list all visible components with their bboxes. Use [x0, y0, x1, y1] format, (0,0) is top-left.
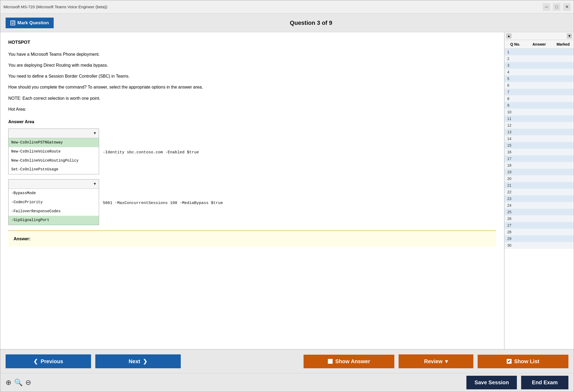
question-area: HOTSPOT You have a Microsoft Teams Phone…	[0, 32, 504, 349]
sidebar-row[interactable]: 4	[505, 69, 574, 75]
dropdown-2-header[interactable]: ▼	[9, 179, 99, 189]
sidebar-row[interactable]: 28	[505, 229, 574, 235]
sidebar-row[interactable]: 9	[505, 102, 574, 109]
sidebar-row[interactable]: 22	[505, 189, 574, 195]
sidebar-row-num: 16	[507, 150, 518, 154]
sidebar-row-marked	[558, 97, 571, 101]
sidebar-row-marked	[558, 77, 571, 81]
dropdown-2[interactable]: ▼ -BypassMode -CodecPriority -FailoverRe…	[8, 179, 99, 225]
sidebar-row[interactable]: 16	[505, 149, 574, 155]
review-dropdown-icon: ▾	[445, 358, 448, 365]
sidebar-row-num: 9	[507, 103, 518, 107]
dropdown-2-option-4[interactable]: -SipSignalingPort	[9, 216, 99, 225]
question-para-2: You are deploying Direct Routing with me…	[8, 62, 496, 69]
sidebar-col-answer: Answer	[531, 42, 547, 46]
previous-button[interactable]: ❮ Previous	[6, 354, 91, 368]
show-answer-button[interactable]: Show Answer	[304, 355, 394, 368]
sidebar-row[interactable]: 23	[505, 195, 574, 202]
sidebar-row-marked	[558, 117, 571, 121]
sidebar-row-marked	[558, 110, 571, 114]
mark-question-button[interactable]: ☑ Mark Question	[6, 18, 54, 28]
sidebar-scroll-down-button[interactable]: ▼	[567, 33, 572, 39]
sidebar-row[interactable]: 10	[505, 109, 574, 115]
sidebar-row-num: 29	[507, 237, 518, 241]
sidebar-row-marked	[558, 123, 571, 127]
sidebar-row[interactable]: 2	[505, 55, 574, 62]
sidebar-row-num: 2	[507, 57, 518, 61]
sidebar-row[interactable]: 14	[505, 135, 574, 142]
sidebar-row[interactable]: 12	[505, 122, 574, 129]
show-list-label: Show List	[514, 358, 539, 365]
sidebar-row[interactable]: 20	[505, 175, 574, 182]
end-exam-button[interactable]: End Exam	[521, 376, 568, 389]
sidebar-row[interactable]: 27	[505, 222, 574, 229]
review-button[interactable]: Review ▾	[399, 354, 473, 368]
dropdown-1-option-1[interactable]: New-CsOnlinePSTNGateway	[9, 138, 99, 147]
next-button[interactable]: Next ❯	[95, 354, 181, 368]
dropdown-1-header[interactable]: ▼	[9, 129, 99, 138]
sidebar-row-num: 13	[507, 130, 518, 134]
dropdown-1-option-3[interactable]: New-CsOnlineVoiceRoutingPolicy	[9, 156, 99, 165]
zoom-out-button[interactable]: ⊖	[25, 378, 31, 387]
save-session-button[interactable]: Save Session	[466, 376, 517, 389]
sidebar-row[interactable]: 8	[505, 95, 574, 102]
sidebar-row-answer	[518, 217, 558, 221]
sidebar-row[interactable]: 25	[505, 209, 574, 215]
sidebar-row[interactable]: 21	[505, 182, 574, 189]
sidebar-row[interactable]: 19	[505, 169, 574, 175]
sidebar-row[interactable]: 11	[505, 115, 574, 122]
sidebar-row-marked	[558, 203, 571, 207]
main-content: HOTSPOT You have a Microsoft Teams Phone…	[0, 32, 574, 349]
dropdown-2-command-suffix: 5061 -MaxConcurrentSessions 100 -MediaBy…	[103, 198, 223, 207]
sidebar-row-answer	[518, 157, 558, 161]
sidebar-row[interactable]: 6	[505, 82, 574, 89]
dropdown-2-option-1[interactable]: -BypassMode	[9, 189, 99, 198]
dropdown-2-option-3[interactable]: -FailoverResponseCodes	[9, 207, 99, 216]
sidebar-row-num: 23	[507, 197, 518, 201]
sidebar-row[interactable]: 15	[505, 142, 574, 149]
sidebar-row-answer	[518, 70, 558, 74]
dropdown-1-option-4[interactable]: Set-CsOnlinePstnUsage	[9, 165, 99, 174]
show-answer-label: Show Answer	[335, 358, 370, 365]
sidebar-row-marked	[558, 163, 571, 167]
footer-bottom: ⊕ 🔍 ⊖ Save Session End Exam	[0, 373, 574, 392]
sidebar-row[interactable]: 3	[505, 62, 574, 69]
dropdown-2-option-2[interactable]: -CodecPriority	[9, 198, 99, 207]
zoom-in-button[interactable]: ⊕	[6, 378, 11, 387]
sidebar-row-answer	[518, 177, 558, 181]
sidebar-row[interactable]: 13	[505, 129, 574, 135]
sidebar-row-marked	[558, 157, 571, 161]
question-type: HOTSPOT	[8, 39, 496, 46]
sidebar-row-marked	[558, 150, 571, 154]
sidebar-row[interactable]: 24	[505, 202, 574, 209]
sidebar-row-num: 24	[507, 203, 518, 207]
maximize-button[interactable]: □	[553, 3, 560, 11]
close-button[interactable]: ✕	[563, 3, 571, 11]
dropdown-1[interactable]: ▼ New-CsOnlinePSTNGateway New-CsOnlineVo…	[8, 129, 99, 174]
sidebar-scroll-up-button[interactable]: ▲	[506, 33, 512, 39]
sidebar-row[interactable]: 26	[505, 215, 574, 222]
show-list-button[interactable]: ✔ Show List	[478, 355, 568, 368]
dropdown-2-options: -BypassMode -CodecPriority -FailoverResp…	[9, 189, 99, 225]
mark-question-label: Mark Question	[17, 20, 49, 26]
review-label: Review	[424, 358, 443, 365]
end-exam-label: End Exam	[532, 379, 558, 385]
zoom-reset-button[interactable]: 🔍	[14, 378, 23, 387]
sidebar-row-marked	[558, 143, 571, 147]
sidebar-row[interactable]: 30	[505, 242, 574, 249]
question-para-3: You need to define a Session Border Cont…	[8, 73, 496, 80]
sidebar-row-num: 6	[507, 83, 518, 87]
sidebar-scroll-area[interactable]: 1 2 3 4 5 6 7 8	[505, 49, 574, 349]
sidebar-row-answer	[518, 190, 558, 194]
minimize-button[interactable]: ─	[543, 3, 550, 11]
sidebar-row[interactable]: 1	[505, 49, 574, 55]
sidebar-row[interactable]: 7	[505, 89, 574, 95]
sidebar-row[interactable]: 18	[505, 162, 574, 169]
dropdown-1-option-2[interactable]: New-CsOnlineVoiceRoute	[9, 147, 99, 156]
sidebar-row[interactable]: 17	[505, 155, 574, 162]
sidebar-row-num: 10	[507, 110, 518, 114]
sidebar-row[interactable]: 29	[505, 235, 574, 242]
sidebar-row[interactable]: 5	[505, 75, 574, 82]
previous-chevron-icon: ❮	[33, 358, 38, 365]
title-bar: Microsoft MS-720 (Microsoft Teams Voice …	[0, 0, 574, 14]
